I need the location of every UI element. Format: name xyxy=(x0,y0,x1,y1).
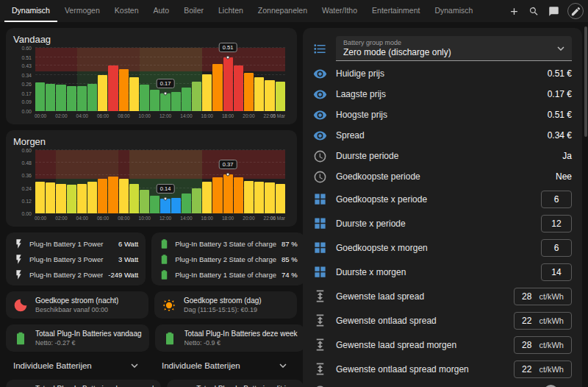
entity-row[interactable]: Plug-In Battery 2 State of charge85 % xyxy=(159,253,298,265)
price-bar xyxy=(265,182,274,213)
lightning-icon xyxy=(13,254,24,265)
info-text: Goedkope stroom (nacht)Beschikbaar vanaf… xyxy=(35,297,118,313)
settings-row-laagste-prijs[interactable]: Laagste prijs0.17 € xyxy=(313,84,572,104)
lightning-icon xyxy=(13,238,24,249)
entity-value: 0.17 € xyxy=(548,89,572,99)
tab-boiler[interactable]: Boiler xyxy=(176,0,211,22)
grid-icon xyxy=(313,216,327,230)
price-bar xyxy=(171,92,181,111)
tab-dynamisch[interactable]: Dynamisch xyxy=(427,0,480,22)
entity-row[interactable]: Plug-In Battery 2 Power-249 Watt xyxy=(13,269,138,280)
settings-row-duurste-periode[interactable]: Duurste periodeJa xyxy=(313,146,572,166)
x-axis-label: 08:00 xyxy=(118,216,129,221)
entity-name: Goedkoopste x periode xyxy=(336,194,532,205)
entity-row[interactable]: Plug-In Battery 3 Power3 Watt xyxy=(13,253,138,265)
price-bar xyxy=(87,84,97,111)
eye-icon xyxy=(313,67,327,81)
entity-name: Gewenste ontlaad spread morgen xyxy=(336,364,505,374)
price-bar xyxy=(160,199,170,213)
app-root: DynamischVermogenKostenAutoBoilerLichten… xyxy=(0,0,588,387)
settings-row-goedkoopste-periode[interactable]: Goedkoopste periodeNee xyxy=(313,166,572,187)
settings-row-gewenste-laad-spread-morgen: Gewenste laad spread morgen28ct/kWh xyxy=(313,333,572,357)
entity-row[interactable]: Plug-In Battery 1 State of charge74 % xyxy=(159,269,298,280)
x-axis-label: 14:00 xyxy=(180,113,192,118)
settings-row-hoogste-prijs[interactable]: Hoogste prijs0.51 € xyxy=(313,104,572,125)
price-bar xyxy=(98,179,107,213)
chart-card-morgen: Morgen0.600.480.360.240.120.000.140.3700… xyxy=(6,130,297,227)
price-bar xyxy=(46,84,55,111)
price-bar xyxy=(77,184,87,213)
entity-value: 87 % xyxy=(282,240,298,248)
x-axis-label: 16:00 xyxy=(201,113,213,118)
tab-auto[interactable]: Auto xyxy=(146,0,177,22)
price-bar xyxy=(67,86,76,111)
info-card-totaal-plug-in-batteries-deze-week[interactable]: Totaal Plug-In Batteries deze weekNetto:… xyxy=(155,324,305,352)
settings-row-duurste-x-morgen: Duurste x morgen14 xyxy=(313,260,572,284)
edit-button[interactable] xyxy=(567,3,584,19)
tab-vermogen[interactable]: Vermogen xyxy=(57,0,107,22)
settings-row-spread[interactable]: Spread0.34 € xyxy=(313,125,572,146)
card-pair: Totaal Plug-In Batteries vandaagNetto: -… xyxy=(6,324,297,352)
entity-name: Spread xyxy=(336,130,539,141)
number-unit: ct/kWh xyxy=(539,365,564,374)
tab-water-itho[interactable]: Water/Itho xyxy=(315,0,365,22)
y-axis-label: 0.12 xyxy=(21,198,32,203)
tab-lichten[interactable]: Lichten xyxy=(211,0,251,22)
select-label: Battery group mode xyxy=(343,39,551,46)
entity-name: Huidige prijs xyxy=(336,68,539,79)
number-input[interactable]: 28ct/kWh xyxy=(514,336,572,354)
x-axis-label: 20:00 xyxy=(243,216,254,221)
number-input[interactable]: 28ct/kWh xyxy=(514,288,572,305)
price-bar xyxy=(119,179,129,213)
number-input[interactable]: 22ct/kWh xyxy=(514,312,572,330)
select-battery-group-mode[interactable]: Battery group modeZero mode (discharge o… xyxy=(336,36,572,61)
number-input[interactable]: 6 xyxy=(541,191,572,208)
number-input[interactable]: 14 xyxy=(541,263,572,281)
number-input[interactable]: 12 xyxy=(541,215,572,232)
price-bar xyxy=(56,184,65,213)
entity-row[interactable]: Plug-In Battery 3 State of charge87 % xyxy=(159,238,298,249)
settings-row-huidige-prijs[interactable]: Huidige prijs0.51 € xyxy=(313,63,572,84)
expander-individuele-batterijen[interactable]: Individuele Batterijen xyxy=(6,358,148,374)
price-bar xyxy=(129,184,139,213)
settings-row-duurste-x-periode: Duurste x periode12 xyxy=(313,211,572,235)
battery-icon xyxy=(13,331,28,346)
entity-name: Laagste prijs xyxy=(336,89,539,99)
info-card-totaal-plug-in-batteries-dit-jaar[interactable]: Totaal Plug-In Batteries dit jaarNetto: … xyxy=(167,380,304,387)
price-bar xyxy=(77,86,87,111)
price-bar xyxy=(35,182,45,213)
chevron-down-icon xyxy=(276,359,290,372)
info-title: Totaal Plug-In Batteries vandaag xyxy=(35,330,142,338)
x-axis-label: 04:00 xyxy=(76,216,88,221)
number-input[interactable]: 22ct/kWh xyxy=(514,361,572,378)
info-card-goedkope-stroom-nacht[interactable]: Goedkope stroom (nacht)Beschikbaar vanaf… xyxy=(6,291,148,319)
y-axis-label: 0.43 xyxy=(21,63,32,68)
search-button[interactable] xyxy=(525,2,543,21)
entity-name: Duurste x morgen xyxy=(336,267,532,277)
y-axis-label: 0.51 xyxy=(21,54,32,60)
tab-dynamisch[interactable]: Dynamisch xyxy=(4,0,57,22)
info-card-totaal-plug-in-batteries-vandaag[interactable]: Totaal Plug-In Batteries vandaagNetto: -… xyxy=(6,324,149,352)
entity-name: Duurste x periode xyxy=(336,219,532,229)
number-input[interactable]: 6 xyxy=(541,239,572,257)
scrollbar[interactable] xyxy=(584,26,587,137)
tab-zonnepanelen[interactable]: Zonnepanelen xyxy=(251,0,315,22)
info-card-totaal-plug-in-batteries-deze-maand[interactable]: Totaal Plug-In Batteries deze maandNetto… xyxy=(6,380,161,387)
add-button[interactable] xyxy=(505,2,523,21)
y-axis-label: 0.26 xyxy=(21,81,32,86)
moon-icon xyxy=(13,298,28,313)
price-bar xyxy=(202,182,212,213)
entity-name: Goedkoopste periode xyxy=(336,171,547,182)
expander-individuele-batterijen[interactable]: Individuele Batterijen xyxy=(154,358,297,374)
entity-row[interactable]: Plug-In Battery 1 Power6 Watt xyxy=(13,238,138,249)
y-axis-label: 0.00 xyxy=(21,211,32,216)
x-axis-label: 05 Mar xyxy=(270,113,285,118)
expander-label: Individuele Batterijen xyxy=(162,361,240,370)
info-card-goedkope-stroom-dag[interactable]: Goedkope stroom (dag)Dag (11:15-15:15): … xyxy=(154,291,297,319)
price-bar xyxy=(212,177,222,213)
tab-entertainment[interactable]: Entertainment xyxy=(365,0,427,22)
tab-kosten[interactable]: Kosten xyxy=(107,0,146,22)
assist-button[interactable] xyxy=(545,2,563,21)
price-bar xyxy=(276,184,285,213)
eye-icon xyxy=(313,108,327,122)
